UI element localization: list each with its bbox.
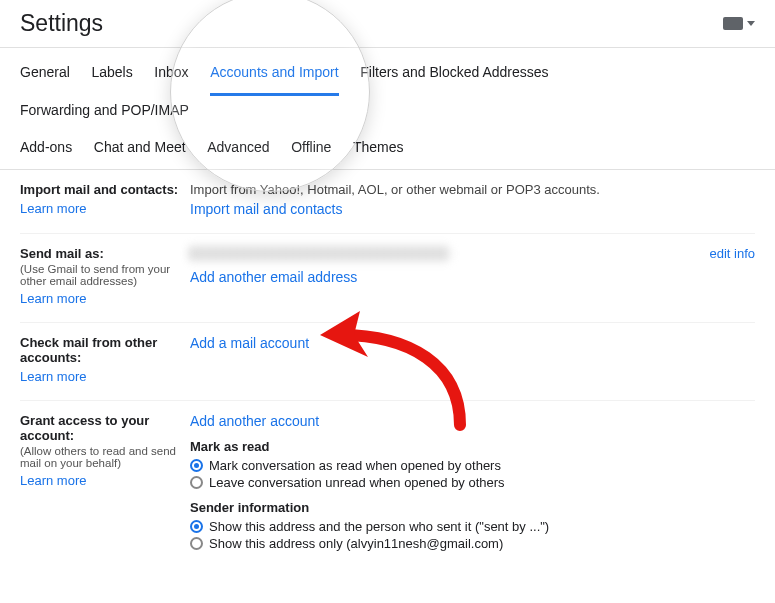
radio-label: Show this address and the person who sen… bbox=[209, 519, 549, 534]
chevron-down-icon bbox=[747, 21, 755, 26]
add-email-link[interactable]: Add another email address bbox=[190, 269, 357, 285]
settings-content: Import mail and contacts: Learn more Imp… bbox=[0, 170, 775, 569]
learn-more-link[interactable]: Learn more bbox=[20, 369, 86, 384]
section-title: Grant access to your account: bbox=[20, 413, 180, 443]
page-title: Settings bbox=[20, 10, 723, 37]
radio-icon bbox=[190, 476, 203, 489]
radio-icon bbox=[190, 459, 203, 472]
tab-addons[interactable]: Add-ons bbox=[20, 131, 72, 169]
radio-label: Show this address only (alvyin11nesh@gma… bbox=[209, 536, 503, 551]
sender-option-2[interactable]: Show this address only (alvyin11nesh@gma… bbox=[190, 536, 755, 551]
section-title: Send mail as: bbox=[20, 246, 180, 261]
tab-general[interactable]: General bbox=[20, 56, 70, 94]
input-tools-switcher[interactable] bbox=[723, 17, 755, 30]
tab-filters[interactable]: Filters and Blocked Addresses bbox=[360, 56, 548, 94]
section-title: Check mail from other accounts: bbox=[20, 335, 180, 365]
mark-read-option-2[interactable]: Leave conversation unread when opened by… bbox=[190, 475, 755, 490]
tab-chat-meet[interactable]: Chat and Meet bbox=[94, 131, 186, 169]
tab-forwarding[interactable]: Forwarding and POP/IMAP bbox=[20, 94, 189, 132]
learn-more-link[interactable]: Learn more bbox=[20, 201, 86, 216]
section-check-mail: Check mail from other accounts: Learn mo… bbox=[20, 323, 755, 401]
tab-themes[interactable]: Themes bbox=[353, 131, 404, 169]
section-subtitle: (Use Gmail to send from your other email… bbox=[20, 263, 180, 287]
add-another-account-link[interactable]: Add another account bbox=[190, 413, 319, 429]
sender-option-1[interactable]: Show this address and the person who sen… bbox=[190, 519, 755, 534]
mark-as-read-heading: Mark as read bbox=[190, 439, 755, 454]
section-import-mail: Import mail and contacts: Learn more Imp… bbox=[20, 170, 755, 234]
tab-inbox[interactable]: Inbox bbox=[154, 56, 188, 94]
add-mail-account-link[interactable]: Add a mail account bbox=[190, 335, 309, 351]
settings-tabs: General Labels Inbox Accounts and Import… bbox=[0, 48, 775, 170]
section-send-mail-as: Send mail as: (Use Gmail to send from yo… bbox=[20, 234, 755, 323]
section-subtitle: (Allow others to read and send mail on y… bbox=[20, 445, 180, 469]
radio-icon bbox=[190, 520, 203, 533]
sender-info-heading: Sender information bbox=[190, 500, 755, 515]
learn-more-link[interactable]: Learn more bbox=[20, 291, 86, 306]
radio-label: Mark conversation as read when opened by… bbox=[209, 458, 501, 473]
edit-info-link[interactable]: edit info bbox=[709, 246, 755, 261]
import-mail-link[interactable]: Import mail and contacts bbox=[190, 201, 343, 217]
section-title: Import mail and contacts: bbox=[20, 182, 180, 197]
radio-icon bbox=[190, 537, 203, 550]
tab-advanced[interactable]: Advanced bbox=[207, 131, 269, 169]
import-description: Import from Yahoo!, Hotmail, AOL, or oth… bbox=[190, 182, 755, 197]
settings-header: Settings bbox=[0, 0, 775, 48]
keyboard-icon bbox=[723, 17, 743, 30]
radio-label: Leave conversation unread when opened by… bbox=[209, 475, 505, 490]
learn-more-link[interactable]: Learn more bbox=[20, 473, 86, 488]
mark-read-option-1[interactable]: Mark conversation as read when opened by… bbox=[190, 458, 755, 473]
redacted-email bbox=[190, 246, 450, 261]
tab-accounts-import[interactable]: Accounts and Import bbox=[210, 56, 338, 94]
tab-labels[interactable]: Labels bbox=[91, 56, 132, 94]
section-grant-access: Grant access to your account: (Allow oth… bbox=[20, 401, 755, 569]
tab-offline[interactable]: Offline bbox=[291, 131, 331, 169]
